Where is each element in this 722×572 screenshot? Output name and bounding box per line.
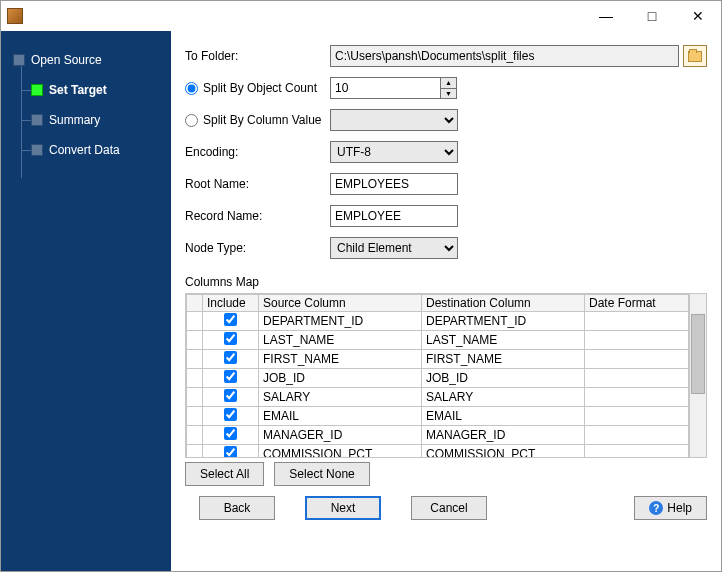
dest-cell[interactable]: MANAGER_ID: [422, 426, 585, 445]
sidebar-item-label: Set Target: [49, 83, 107, 97]
format-cell[interactable]: [585, 407, 689, 426]
table-row[interactable]: SALARYSALARY: [187, 388, 689, 407]
source-cell[interactable]: FIRST_NAME: [259, 350, 422, 369]
scrollbar-thumb[interactable]: [691, 314, 705, 394]
source-cell[interactable]: EMAIL: [259, 407, 422, 426]
include-cell[interactable]: [203, 388, 259, 407]
encoding-label: Encoding:: [185, 145, 330, 159]
format-cell[interactable]: [585, 350, 689, 369]
help-button[interactable]: ? Help: [634, 496, 707, 520]
spinner-down-button[interactable]: ▼: [440, 89, 457, 100]
record-name-input[interactable]: [330, 205, 458, 227]
include-checkbox[interactable]: [224, 370, 237, 383]
include-checkbox[interactable]: [224, 332, 237, 345]
table-row[interactable]: COMMISSION_PCTCOMMISSION_PCT: [187, 445, 689, 458]
table-row[interactable]: EMAILEMAIL: [187, 407, 689, 426]
include-cell[interactable]: [203, 445, 259, 458]
format-cell[interactable]: [585, 426, 689, 445]
dest-cell[interactable]: EMAIL: [422, 407, 585, 426]
maximize-button[interactable]: □: [629, 1, 675, 31]
to-folder-input[interactable]: [330, 45, 679, 67]
source-cell[interactable]: DEPARTMENT_ID: [259, 312, 422, 331]
include-cell[interactable]: [203, 407, 259, 426]
row-handle[interactable]: [187, 426, 203, 445]
dest-cell[interactable]: COMMISSION_PCT: [422, 445, 585, 458]
include-checkbox[interactable]: [224, 313, 237, 326]
source-cell[interactable]: SALARY: [259, 388, 422, 407]
titlebar: ― □ ✕: [1, 1, 721, 31]
include-cell[interactable]: [203, 312, 259, 331]
include-cell[interactable]: [203, 331, 259, 350]
source-cell[interactable]: COMMISSION_PCT: [259, 445, 422, 458]
sidebar-item-label: Summary: [49, 113, 100, 127]
split-by-column-label: Split By Column Value: [203, 113, 322, 127]
include-cell[interactable]: [203, 350, 259, 369]
browse-folder-button[interactable]: [683, 45, 707, 67]
sidebar-item-open-source[interactable]: Open Source: [1, 45, 171, 75]
next-button[interactable]: Next: [305, 496, 381, 520]
source-cell[interactable]: MANAGER_ID: [259, 426, 422, 445]
include-checkbox[interactable]: [224, 351, 237, 364]
row-handle[interactable]: [187, 350, 203, 369]
col-dest-header[interactable]: Destination Column: [422, 295, 585, 312]
help-label: Help: [667, 501, 692, 515]
select-all-button[interactable]: Select All: [185, 462, 264, 486]
node-type-label: Node Type:: [185, 241, 330, 255]
app-icon: [7, 8, 23, 24]
col-handle-header: [187, 295, 203, 312]
row-handle[interactable]: [187, 331, 203, 350]
col-include-header[interactable]: Include: [203, 295, 259, 312]
cancel-button[interactable]: Cancel: [411, 496, 487, 520]
split-count-input[interactable]: [330, 77, 440, 99]
split-by-column-radio[interactable]: Split By Column Value: [185, 113, 330, 127]
to-folder-label: To Folder:: [185, 49, 330, 63]
row-handle[interactable]: [187, 407, 203, 426]
include-cell[interactable]: [203, 426, 259, 445]
col-format-header[interactable]: Date Format: [585, 295, 689, 312]
format-cell[interactable]: [585, 388, 689, 407]
dest-cell[interactable]: FIRST_NAME: [422, 350, 585, 369]
table-scrollbar[interactable]: [689, 294, 706, 457]
split-by-count-label: Split By Object Count: [203, 81, 317, 95]
spinner-up-button[interactable]: ▲: [440, 77, 457, 89]
dest-cell[interactable]: LAST_NAME: [422, 331, 585, 350]
dest-cell[interactable]: DEPARTMENT_ID: [422, 312, 585, 331]
sidebar-item-convert-data[interactable]: Convert Data: [1, 135, 171, 165]
table-row[interactable]: FIRST_NAMEFIRST_NAME: [187, 350, 689, 369]
dest-cell[interactable]: SALARY: [422, 388, 585, 407]
source-cell[interactable]: JOB_ID: [259, 369, 422, 388]
node-type-select[interactable]: Child Element: [330, 237, 458, 259]
table-row[interactable]: DEPARTMENT_IDDEPARTMENT_ID: [187, 312, 689, 331]
root-name-label: Root Name:: [185, 177, 330, 191]
include-checkbox[interactable]: [224, 408, 237, 421]
table-row[interactable]: MANAGER_IDMANAGER_ID: [187, 426, 689, 445]
format-cell[interactable]: [585, 312, 689, 331]
format-cell[interactable]: [585, 445, 689, 458]
format-cell[interactable]: [585, 331, 689, 350]
include-checkbox[interactable]: [224, 427, 237, 440]
table-row[interactable]: JOB_IDJOB_ID: [187, 369, 689, 388]
sidebar-item-set-target[interactable]: Set Target: [1, 75, 171, 105]
table-row[interactable]: LAST_NAMELAST_NAME: [187, 331, 689, 350]
row-handle[interactable]: [187, 445, 203, 458]
encoding-select[interactable]: UTF-8: [330, 141, 458, 163]
include-cell[interactable]: [203, 369, 259, 388]
select-none-button[interactable]: Select None: [274, 462, 369, 486]
row-handle[interactable]: [187, 312, 203, 331]
row-handle[interactable]: [187, 369, 203, 388]
format-cell[interactable]: [585, 369, 689, 388]
source-cell[interactable]: LAST_NAME: [259, 331, 422, 350]
sidebar-item-summary[interactable]: Summary: [1, 105, 171, 135]
col-source-header[interactable]: Source Column: [259, 295, 422, 312]
include-checkbox[interactable]: [224, 389, 237, 402]
split-by-count-radio[interactable]: Split By Object Count: [185, 81, 330, 95]
split-column-select[interactable]: [330, 109, 458, 131]
row-handle[interactable]: [187, 388, 203, 407]
wizard-window: ― □ ✕ Open Source Set Target Summary Con…: [0, 0, 722, 572]
dest-cell[interactable]: JOB_ID: [422, 369, 585, 388]
close-button[interactable]: ✕: [675, 1, 721, 31]
root-name-input[interactable]: [330, 173, 458, 195]
minimize-button[interactable]: ―: [583, 1, 629, 31]
back-button[interactable]: Back: [199, 496, 275, 520]
include-checkbox[interactable]: [224, 446, 237, 457]
